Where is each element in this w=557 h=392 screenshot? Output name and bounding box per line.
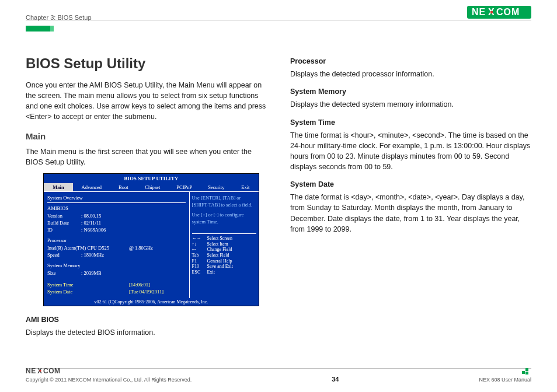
svg-rect-10 bbox=[525, 368, 528, 371]
svg-rect-11 bbox=[525, 372, 528, 374]
bios-version-val: : 08.00.15 bbox=[81, 212, 101, 219]
bios-tab-security: Security bbox=[200, 183, 232, 191]
section-main-paragraph: The Main menu is the first screen that y… bbox=[26, 146, 267, 167]
bios-title: BIOS SETUP UTILITY bbox=[44, 174, 259, 183]
bios-key: F1 bbox=[192, 258, 207, 264]
svg-text:NE: NE bbox=[472, 7, 486, 17]
left-column: BIOS Setup Utility Once you enter the AM… bbox=[26, 54, 267, 342]
bios-tab-boot: Boot bbox=[110, 183, 137, 191]
bios-key-desc: Select Field bbox=[207, 253, 229, 258]
date-heading: System Date bbox=[290, 179, 531, 190]
manual-name: NEX 608 User Manual bbox=[479, 377, 531, 383]
svg-point-7 bbox=[39, 370, 41, 372]
page-title: BIOS Setup Utility bbox=[26, 54, 267, 74]
bios-left-pane: System Overview AMIBIOS Version: 08.00.1… bbox=[44, 192, 189, 298]
bios-key: ↑↓ bbox=[192, 242, 207, 247]
time-paragraph: The time format is <hour>, <minute>, <se… bbox=[290, 130, 531, 173]
bios-body: System Overview AMIBIOS Version: 08.00.1… bbox=[44, 192, 259, 298]
bios-key-desc: General Help bbox=[207, 258, 232, 264]
memory-paragraph: Displays the detected system memory info… bbox=[290, 99, 531, 110]
bios-key: ←→ bbox=[192, 236, 207, 242]
amibios-paragraph: Displays the detected BIOS information. bbox=[26, 327, 267, 338]
bios-memory-label: System Memory bbox=[47, 262, 186, 269]
section-main-heading: Main bbox=[26, 130, 267, 143]
footer-logo: NE X COM bbox=[26, 367, 65, 374]
bios-speed-key: Speed bbox=[47, 251, 81, 258]
amibios-heading: AMI BIOS bbox=[26, 314, 267, 325]
bios-tab-advanced: Advanced bbox=[73, 183, 110, 191]
bios-systime-key: System Time bbox=[47, 281, 129, 288]
bios-key-desc: Save and Exit bbox=[207, 264, 233, 270]
bios-id-val: : N608A006 bbox=[81, 226, 106, 233]
memory-heading: System Memory bbox=[290, 86, 531, 97]
processor-paragraph: Displays the detected processor informat… bbox=[290, 69, 531, 79]
bios-size-key: Size bbox=[47, 270, 81, 276]
bios-key-desc: Change Field bbox=[207, 247, 232, 253]
page-tab-decoration bbox=[26, 26, 50, 32]
bios-speed-val: : 1800MHz bbox=[81, 251, 104, 258]
footer-squares-icon bbox=[522, 368, 531, 376]
brand-logo: NE X COM bbox=[467, 6, 531, 19]
processor-heading: Processor bbox=[290, 56, 531, 66]
bios-cpu-freq: @ 1.80GHz bbox=[129, 244, 153, 251]
bios-help-1: Use [ENTER], [TAB] or [SHIFT-TAB] to sel… bbox=[192, 194, 256, 209]
date-paragraph: The date format is <day>, <month>, <date… bbox=[290, 192, 531, 235]
bios-overview-label: System Overview bbox=[47, 194, 186, 201]
bios-tab-chipset: Chipset bbox=[137, 183, 169, 191]
bios-menu-bar: Main Advanced Boot Chipset PCIPnP Securi… bbox=[44, 183, 259, 192]
bios-screenshot: BIOS SETUP UTILITY Main Advanced Boot Ch… bbox=[43, 173, 259, 306]
bios-systime-val: [14:06:01] bbox=[129, 281, 150, 288]
svg-text:COM: COM bbox=[496, 7, 520, 17]
bios-builddate-key: Build Date bbox=[47, 219, 81, 226]
bios-sysdate-key: System Date bbox=[47, 288, 129, 295]
bios-tab-main: Main bbox=[44, 183, 73, 191]
bios-key-legend: ←→Select Screen↑↓Select Item+-Change Fie… bbox=[192, 233, 256, 275]
bios-key: Tab bbox=[192, 253, 207, 258]
bios-key-desc: Select Screen bbox=[207, 236, 232, 242]
page-number: 34 bbox=[332, 376, 339, 383]
bios-builddate-val: : 02/11/11 bbox=[81, 219, 101, 226]
intro-paragraph: Once you enter the AMI BIOS Setup Utilit… bbox=[26, 80, 267, 123]
right-column: Processor Displays the detected processo… bbox=[290, 54, 531, 342]
bios-key-desc: Select Item bbox=[207, 242, 228, 247]
svg-point-3 bbox=[490, 11, 493, 13]
bios-key-desc: Exit bbox=[207, 270, 215, 275]
bios-amibios-label: AMIBIOS bbox=[47, 205, 186, 212]
bios-right-pane: Use [ENTER], [TAB] or [SHIFT-TAB] to sel… bbox=[189, 192, 259, 298]
header-rule bbox=[26, 20, 531, 20]
bios-tab-pcipnp: PCIPnP bbox=[169, 183, 201, 191]
svg-text:COM: COM bbox=[43, 367, 61, 374]
bios-cpu-name: Intel(R) Atom(TM) CPU D525 bbox=[47, 244, 129, 251]
bios-key: ESC bbox=[192, 270, 207, 275]
svg-rect-9 bbox=[522, 371, 525, 374]
bios-size-val: : 2039MB bbox=[81, 270, 102, 276]
bios-sysdate-val: [Tue 04/19/2011] bbox=[129, 288, 163, 295]
bios-footer: v02.61 (C)Copyright 1985-2006, American … bbox=[44, 298, 259, 306]
bios-version-key: Version bbox=[47, 212, 81, 219]
bios-key: +- bbox=[192, 247, 207, 253]
content-columns: BIOS Setup Utility Once you enter the AM… bbox=[26, 54, 531, 342]
copyright-text: Copyright © 2011 NEXCOM International Co… bbox=[26, 377, 192, 383]
bios-help-2: Use [+] or [-] to configure system Time. bbox=[192, 211, 256, 226]
bios-key: F10 bbox=[192, 264, 207, 270]
time-heading: System Time bbox=[290, 117, 531, 128]
bios-tab-exit: Exit bbox=[232, 183, 259, 191]
bios-id-key: ID bbox=[47, 226, 81, 233]
page-footer: NE X COM Copyright © 2011 NEXCOM Interna… bbox=[26, 367, 531, 383]
svg-text:NE: NE bbox=[26, 367, 36, 374]
bios-processor-label: Processor bbox=[47, 237, 186, 244]
